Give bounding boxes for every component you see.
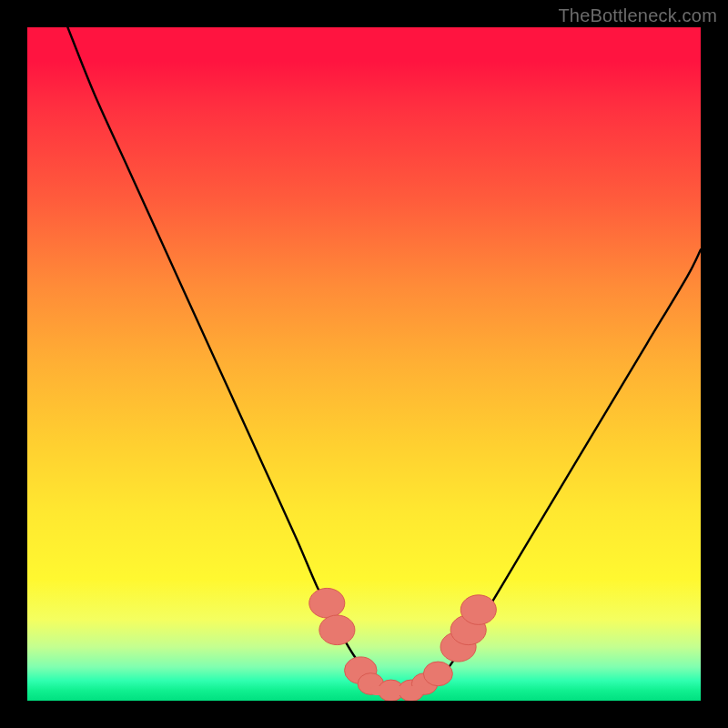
marker-group (309, 588, 497, 701)
flat-segment (370, 686, 424, 695)
watermark-text: TheBottleneck.com (558, 5, 717, 26)
curve-marker (423, 662, 452, 686)
curve-marker (460, 595, 496, 625)
bottleneck-curve (27, 27, 701, 701)
curve-marker (319, 615, 355, 645)
chart-frame: TheBottleneck.com (0, 0, 728, 728)
curve-marker (309, 588, 345, 618)
curve-path (67, 27, 701, 692)
plot-area (27, 27, 701, 701)
